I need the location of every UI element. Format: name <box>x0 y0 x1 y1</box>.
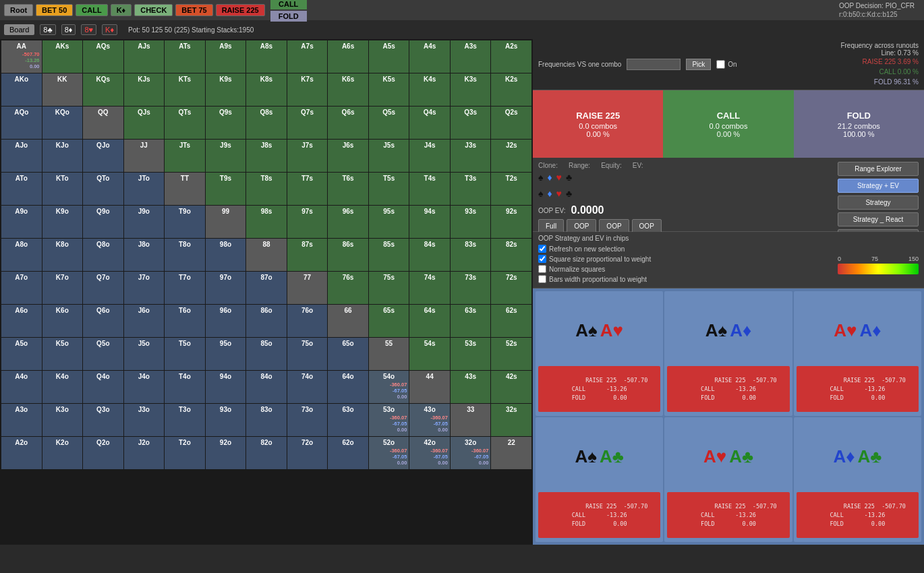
matrix-cell-t4s[interactable]: T4s <box>409 173 450 205</box>
matrix-cell-a8o[interactable]: A8o <box>1 239 42 271</box>
matrix-cell-j3s[interactable]: J3s <box>451 140 491 172</box>
range-explorer-button[interactable]: Range Explorer <box>838 162 919 176</box>
club-suit-2[interactable]: ♣ <box>566 188 572 199</box>
matrix-cell-62o[interactable]: 62o <box>328 437 368 469</box>
matrix-cell-q9s[interactable]: Q9s <box>206 107 246 139</box>
matrix-cell-t4o[interactable]: T4o <box>165 371 205 403</box>
matrix-cell-kqs[interactable]: KQs <box>83 73 123 106</box>
matrix-cell-ajs[interactable]: AJs <box>124 40 165 73</box>
matrix-cell-j6s[interactable]: J6s <box>328 140 368 172</box>
matrix-cell-66[interactable]: 66 <box>328 305 368 337</box>
matrix-cell-86o[interactable]: 86o <box>246 305 287 337</box>
matrix-cell-44[interactable]: 44 <box>409 371 450 403</box>
matrix-cell-t8s[interactable]: T8s <box>246 173 287 205</box>
matrix-cell-43s[interactable]: 43s <box>451 371 491 403</box>
matrix-cell-63s[interactable]: 63s <box>451 305 491 337</box>
matrix-cell-q5s[interactable]: Q5s <box>369 107 409 139</box>
matrix-cell-t9o[interactable]: T9o <box>165 206 205 238</box>
heart-suit-1[interactable]: ♥ <box>556 172 562 183</box>
matrix-cell-96o[interactable]: 96o <box>206 305 246 337</box>
matrix-cell-54o[interactable]: 54o-360.07-67.050.00 <box>369 371 409 403</box>
matrix-cell-43o[interactable]: 43o-360.07-67.050.00 <box>409 404 450 436</box>
combo-cell-ahac[interactable]: A♥ A♣ RAISE 225 -507.70CALL -13.26FOLD 0… <box>664 417 792 542</box>
matrix-cell-95s[interactable]: 95s <box>369 206 409 238</box>
combo-cell-adac[interactable]: A♦ A♣ RAISE 225 -507.70CALL -13.26FOLD 0… <box>794 417 921 542</box>
matrix-cell-kto[interactable]: KTo <box>42 173 83 205</box>
matrix-cell-j2s[interactable]: J2s <box>491 140 531 172</box>
matrix-cell-kqo[interactable]: KQo <box>42 107 83 139</box>
matrix-cell-95o[interactable]: 95o <box>206 338 246 370</box>
matrix-cell-qq[interactable]: QQ <box>83 107 123 139</box>
matrix-cell-ato[interactable]: ATo <box>1 173 42 205</box>
matrix-cell-qts[interactable]: QTs <box>165 107 205 139</box>
refresh-checkbox[interactable] <box>538 245 546 253</box>
matrix-cell-a6o[interactable]: A6o <box>1 305 42 337</box>
strategy-ev-button[interactable]: Strategy + EV <box>838 179 919 193</box>
matrix-cell-a7o[interactable]: A7o <box>1 272 42 304</box>
matrix-cell-j2o[interactable]: J2o <box>124 437 165 469</box>
matrix-cell-aqo[interactable]: AQo <box>1 107 42 139</box>
matrix-cell-82s[interactable]: 82s <box>491 239 531 271</box>
matrix-cell-a3s[interactable]: A3s <box>451 40 491 73</box>
matrix-cell-42o[interactable]: 42o-360.07-67.050.00 <box>409 437 450 469</box>
matrix-cell-k3o[interactable]: K3o <box>42 404 83 436</box>
matrix-cell-aqs[interactable]: AQs <box>83 40 123 73</box>
matrix-cell-q7o[interactable]: Q7o <box>83 272 123 304</box>
matrix-cell-32o[interactable]: 32o-360.07-67.050.00 <box>451 437 491 469</box>
matrix-cell-85o[interactable]: 85o <box>246 338 287 370</box>
matrix-cell-q2s[interactable]: Q2s <box>491 107 531 139</box>
matrix-cell-j7s[interactable]: J7s <box>287 140 328 172</box>
matrix-cell-54s[interactable]: 54s <box>409 338 450 370</box>
matrix-cell-53s[interactable]: 53s <box>451 338 491 370</box>
matrix-cell-92o[interactable]: 92o <box>206 437 246 469</box>
matrix-cell-92s[interactable]: 92s <box>491 206 531 238</box>
matrix-cell-k5s[interactable]: K5s <box>369 73 409 106</box>
matrix-cell-k3s[interactable]: K3s <box>451 73 491 106</box>
matrix-cell-j3o[interactable]: J3o <box>124 404 165 436</box>
matrix-cell-kjs[interactable]: KJs <box>124 73 165 106</box>
matrix-cell-84s[interactable]: 84s <box>409 239 450 271</box>
matrix-cell-97o[interactable]: 97o <box>206 272 246 304</box>
matrix-cell-ats[interactable]: ATs <box>165 40 205 73</box>
matrix-cell-93o[interactable]: 93o <box>206 404 246 436</box>
matrix-cell-t7s[interactable]: T7s <box>287 173 328 205</box>
matrix-cell-qjo[interactable]: QJo <box>83 140 123 172</box>
freq-input[interactable] <box>627 59 681 70</box>
secondary-fold-button[interactable]: FOLD <box>270 11 307 22</box>
matrix-cell-a3o[interactable]: A3o <box>1 404 42 436</box>
matrix-cell-82o[interactable]: 82o <box>246 437 287 469</box>
matrix-cell-k9o[interactable]: K9o <box>42 206 83 238</box>
matrix-cell-t3o[interactable]: T3o <box>165 404 205 436</box>
matrix-cell-t3s[interactable]: T3s <box>451 173 491 205</box>
matrix-cell-k4s[interactable]: K4s <box>409 73 450 106</box>
matrix-cell-52s[interactable]: 52s <box>491 338 531 370</box>
normalize-checkbox[interactable] <box>538 265 546 273</box>
matrix-cell-k7o[interactable]: K7o <box>42 272 83 304</box>
matrix-cell-kts[interactable]: KTs <box>165 73 205 106</box>
matrix-cell-q8o[interactable]: Q8o <box>83 239 123 271</box>
matrix-cell-ako[interactable]: AKo <box>1 73 42 106</box>
matrix-cell-q3s[interactable]: Q3s <box>451 107 491 139</box>
matrix-cell-k8s[interactable]: K8s <box>246 73 287 106</box>
matrix-cell-99[interactable]: 99 <box>206 206 246 238</box>
matrix-cell-t2s[interactable]: T2s <box>491 173 531 205</box>
matrix-cell-63o[interactable]: 63o <box>328 404 368 436</box>
matrix-cell-t2o[interactable]: T2o <box>165 437 205 469</box>
matrix-cell-j4o[interactable]: J4o <box>124 371 165 403</box>
matrix-cell-88[interactable]: 88 <box>246 239 287 271</box>
matrix-cell-k6s[interactable]: K6s <box>328 73 368 106</box>
oop-button-2[interactable]: OOP <box>599 219 629 233</box>
matrix-cell-64o[interactable]: 64o <box>328 371 368 403</box>
matrix-cell-74s[interactable]: 74s <box>409 272 450 304</box>
secondary-call-button[interactable]: CALL <box>270 0 307 9</box>
matrix-cell-j5s[interactable]: J5s <box>369 140 409 172</box>
matrix-cell-j5o[interactable]: J5o <box>124 338 165 370</box>
matrix-cell-76o[interactable]: 76o <box>287 305 328 337</box>
heart-suit-2[interactable]: ♥ <box>556 188 562 199</box>
matrix-cell-j4s[interactable]: J4s <box>409 140 450 172</box>
matrix-cell-q2o[interactable]: Q2o <box>83 437 123 469</box>
matrix-cell-k9s[interactable]: K9s <box>206 73 246 106</box>
matrix-cell-j9s[interactable]: J9s <box>206 140 246 172</box>
matrix-cell-55[interactable]: 55 <box>369 338 409 370</box>
matrix-cell-k8o[interactable]: K8o <box>42 239 83 271</box>
